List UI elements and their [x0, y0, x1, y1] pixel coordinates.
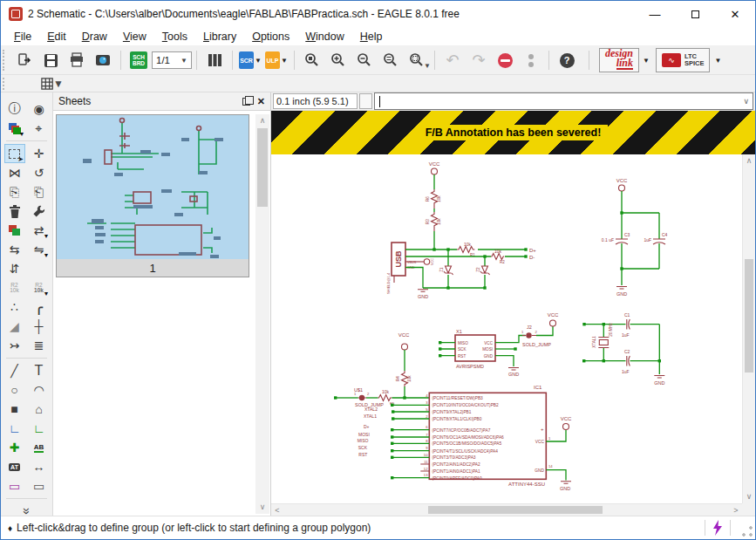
- mirror-tool[interactable]: ⋈: [4, 163, 25, 182]
- resize-grip[interactable]: [741, 525, 753, 537]
- miter-tool[interactable]: ╭: [29, 297, 50, 317]
- chevron-down-icon[interactable]: ▼: [714, 57, 721, 65]
- run-ulp-button[interactable]: ULP▼: [265, 49, 288, 72]
- scroll-thumb[interactable]: [257, 128, 268, 207]
- rect-tool[interactable]: ■: [4, 400, 25, 419]
- float-panel-icon[interactable]: [242, 98, 250, 106]
- unmiter-tool[interactable]: ◢: [4, 317, 25, 336]
- redo-button[interactable]: ↷: [467, 49, 490, 72]
- invoke-tool[interactable]: ≣: [29, 336, 50, 355]
- sheet-1-item[interactable]: 1: [56, 114, 249, 277]
- display-layers-tool[interactable]: ▼: [4, 119, 25, 138]
- close-panel-icon[interactable]: ✕: [257, 96, 265, 107]
- label-tool[interactable]: AB: [29, 438, 50, 457]
- change-tool[interactable]: [29, 202, 50, 221]
- zoom-out-button[interactable]: [353, 49, 376, 72]
- usb-section[interactable]: VCC R6 10k R3 10k USB VBUS GND SHIELD@1-…: [386, 161, 537, 299]
- frame-tool[interactable]: ▭: [4, 476, 25, 496]
- group-tool[interactable]: [4, 144, 25, 163]
- arc-tool[interactable]: ◠: [29, 380, 50, 400]
- chevron-down-icon[interactable]: ▼: [643, 57, 650, 65]
- toolbar-grip[interactable]: [3, 50, 8, 71]
- menu-tools[interactable]: Tools: [154, 29, 195, 44]
- open-button[interactable]: [13, 49, 36, 72]
- pinswap-tool[interactable]: ⇄▼: [29, 221, 50, 240]
- sheet-1-label[interactable]: 1: [57, 259, 249, 277]
- design-link-button[interactable]: designlink: [599, 48, 639, 72]
- scroll-down-icon[interactable]: ∨: [743, 490, 755, 503]
- menu-help[interactable]: Help: [352, 29, 391, 44]
- net-tool[interactable]: ∟: [29, 419, 50, 438]
- menu-edit[interactable]: Edit: [39, 29, 74, 44]
- zoom-fit-button[interactable]: [301, 49, 324, 72]
- attribute-tool[interactable]: AT: [4, 457, 25, 476]
- menu-draw[interactable]: Draw: [74, 29, 115, 44]
- bus-tool[interactable]: ∟: [4, 419, 25, 438]
- mark-tool[interactable]: ⌖: [29, 119, 50, 138]
- canvas-vscrollbar[interactable]: ∧ ∨: [742, 154, 755, 503]
- zoom-in-button[interactable]: [327, 49, 350, 72]
- autorouter-bolt-icon[interactable]: [712, 520, 723, 536]
- print-button[interactable]: [65, 49, 88, 72]
- scroll-down-icon[interactable]: ∨: [255, 501, 269, 514]
- text-tool[interactable]: T: [29, 361, 50, 380]
- undo-button[interactable]: ↶: [441, 49, 464, 72]
- value-tool[interactable]: R210k▼: [29, 278, 50, 297]
- frame2-tool[interactable]: ▭: [29, 476, 50, 496]
- canvas-hscrollbar[interactable]: < >: [271, 503, 742, 516]
- scroll-thumb[interactable]: [745, 259, 753, 373]
- export-image-button[interactable]: [92, 49, 114, 72]
- command-input[interactable]: ∨: [374, 92, 753, 110]
- split-tool[interactable]: ┼: [29, 317, 50, 336]
- gateswap-tool[interactable]: ⇆: [4, 240, 25, 259]
- replace-tool[interactable]: ⇋▼: [29, 240, 50, 259]
- mcu-section[interactable]: 1 2 U$1 SOLD_JUMP 10k R5 IC1 ATTINY44-SS…: [334, 385, 572, 491]
- info-tool[interactable]: ⓘ: [4, 99, 25, 119]
- smash-tool[interactable]: ∴: [4, 297, 25, 317]
- stop-button[interactable]: [494, 49, 516, 72]
- scroll-thumb[interactable]: [428, 506, 603, 514]
- menu-view[interactable]: View: [115, 29, 154, 44]
- scroll-left-icon[interactable]: <: [271, 506, 283, 515]
- delete-tool[interactable]: [4, 202, 25, 221]
- junction-tool[interactable]: ✚: [4, 438, 25, 457]
- zoom-redraw-button[interactable]: [379, 49, 402, 72]
- schematic-canvas[interactable]: VCC R6 10k R3 10k USB VBUS GND SHIELD@1-…: [271, 154, 742, 503]
- add-part-tool[interactable]: [4, 221, 25, 240]
- circle-tool[interactable]: ○: [4, 380, 25, 400]
- minimize-button[interactable]: —: [635, 1, 675, 27]
- close-button[interactable]: ✕: [715, 1, 755, 27]
- menu-file[interactable]: File: [6, 29, 39, 44]
- decoupling-caps-section[interactable]: VCC 0.1 uF C3 1uF C4 GND: [602, 178, 668, 297]
- copy-tool[interactable]: ⎘: [4, 182, 25, 202]
- traffic-light-button[interactable]: [520, 49, 542, 72]
- help-button[interactable]: ?: [555, 49, 578, 72]
- coordinate-mode-button[interactable]: [359, 93, 372, 109]
- board-switch-button[interactable]: SCHBRD: [127, 49, 150, 72]
- optimize-tool[interactable]: ↣: [4, 336, 25, 355]
- paste-tool[interactable]: ⎗: [29, 182, 50, 202]
- save-button[interactable]: [39, 49, 62, 72]
- grid-button[interactable]: ▼: [41, 72, 64, 95]
- scroll-up-icon[interactable]: ∧: [255, 114, 269, 127]
- maximize-button[interactable]: [675, 1, 715, 27]
- show-tool[interactable]: ◉: [29, 99, 50, 119]
- menu-window[interactable]: Window: [297, 29, 351, 44]
- sheets-panel-header[interactable]: Sheets ✕: [53, 92, 270, 111]
- menu-library[interactable]: Library: [195, 29, 244, 44]
- move-tool[interactable]: ✛: [29, 144, 50, 163]
- sheet-selector[interactable]: 1/1▼: [152, 51, 192, 69]
- wire-tool[interactable]: ╱: [4, 361, 25, 380]
- gateswap2-tool[interactable]: ⇵: [4, 259, 25, 278]
- menu-options[interactable]: Options: [244, 29, 297, 44]
- crystal-section[interactable]: XTAL1 20 MHz C1 1uF C2 1uF GND: [582, 312, 664, 386]
- scroll-right-icon[interactable]: >: [730, 506, 742, 515]
- dimension-tool[interactable]: ↔: [29, 457, 50, 476]
- ltspice-button[interactable]: ∿ LTCSPICE: [656, 48, 711, 72]
- polygon-tool[interactable]: ⌂: [29, 400, 50, 419]
- run-script-button[interactable]: SCR▼: [239, 49, 262, 72]
- rotate-tool[interactable]: ↺: [29, 163, 50, 182]
- scroll-up-icon[interactable]: ∧: [743, 154, 755, 167]
- name-tool[interactable]: R210k: [4, 278, 25, 297]
- sheet-1-thumbnail[interactable]: [57, 115, 249, 259]
